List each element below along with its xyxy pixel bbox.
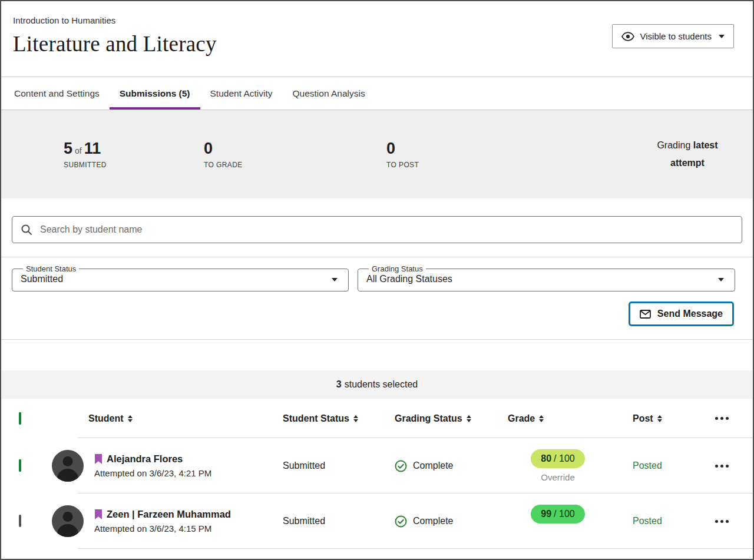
stats-band: 5of11 SUBMITTED 0 TO GRADE 0 TO POST Gra… bbox=[1, 110, 753, 198]
tab-submissions[interactable]: Submissions (5) bbox=[118, 77, 191, 110]
grading-note-prefix: Grading bbox=[657, 140, 693, 150]
search-icon bbox=[21, 224, 32, 236]
column-label: Grading Status bbox=[395, 413, 462, 424]
column-header-grade[interactable]: Grade bbox=[502, 413, 614, 424]
grading-status-select[interactable]: Grading Status All Grading Statuses bbox=[358, 264, 735, 291]
send-message-label: Send Message bbox=[657, 309, 723, 319]
complete-check-icon bbox=[395, 515, 407, 528]
chevron-down-icon bbox=[332, 278, 338, 281]
attempt-timestamp: Attempted on 3/6/23, 4:15 PM bbox=[94, 523, 278, 534]
page-header: Introduction to Humanities Literature an… bbox=[1, 1, 753, 77]
column-header-grading-status[interactable]: Grading Status bbox=[390, 413, 502, 424]
attempt-timestamp: Attempted on 3/6/23, 4:21 PM bbox=[94, 468, 278, 478]
eye-icon bbox=[621, 32, 634, 41]
selected-count: 3 bbox=[336, 379, 342, 390]
select-all-checkbox[interactable] bbox=[19, 412, 21, 425]
student-name-link[interactable]: Zeen | Farzeen Muhammad bbox=[107, 509, 231, 520]
search-box bbox=[12, 216, 742, 243]
grade-pill[interactable]: 99/ 100 bbox=[531, 505, 584, 523]
sort-icon bbox=[467, 415, 471, 422]
visibility-button[interactable]: Visible to students bbox=[612, 24, 734, 48]
visibility-label: Visible to students bbox=[640, 31, 712, 41]
sort-icon bbox=[353, 415, 358, 422]
tab-student-activity[interactable]: Student Activity bbox=[209, 77, 274, 110]
envelope-icon bbox=[640, 310, 651, 319]
search-input[interactable] bbox=[39, 224, 733, 236]
complete-check-icon bbox=[395, 460, 407, 472]
stat-to-post-label: TO POST bbox=[386, 161, 419, 169]
grade-override-note bbox=[502, 528, 614, 538]
student-status-value: Submitted bbox=[278, 460, 390, 471]
row-menu-button[interactable] bbox=[699, 465, 745, 468]
column-header-student-status[interactable]: Student Status bbox=[278, 413, 390, 424]
grade-value: 99 bbox=[541, 509, 551, 519]
sort-icon bbox=[657, 415, 662, 422]
post-status-link[interactable]: Posted bbox=[614, 460, 699, 471]
grade-pill[interactable]: 80/ 100 bbox=[531, 449, 584, 468]
chevron-down-icon bbox=[718, 278, 724, 281]
grading-status-value: Complete bbox=[413, 516, 453, 526]
grading-status-value: All Grading Statuses bbox=[366, 273, 726, 284]
stat-to-post: 0 TO POST bbox=[386, 140, 419, 169]
table-row: Zeen | Farzeen Muhammad Attempted on 3/6… bbox=[1, 493, 753, 549]
grade-value: 80 bbox=[541, 453, 551, 463]
grade-denominator: / 100 bbox=[554, 509, 575, 519]
column-label: Grade bbox=[508, 413, 535, 424]
stat-submitted-of: of bbox=[75, 146, 82, 155]
send-message-button[interactable]: Send Message bbox=[629, 301, 734, 326]
grade-denominator: / 100 bbox=[554, 453, 575, 463]
bookmark-icon bbox=[94, 454, 102, 465]
stat-submitted-label: SUBMITTED bbox=[64, 161, 204, 169]
bookmark-icon bbox=[94, 509, 102, 520]
table-header-menu-button[interactable] bbox=[699, 417, 745, 420]
column-header-student[interactable]: Student bbox=[88, 413, 278, 424]
selected-count-label: students selected bbox=[345, 379, 418, 390]
divider bbox=[1, 339, 753, 340]
stat-submitted-total: 11 bbox=[84, 140, 101, 157]
column-label: Student Status bbox=[283, 413, 349, 424]
selected-count-banner: 3 students selected bbox=[1, 370, 753, 399]
send-message-row: Send Message bbox=[1, 291, 753, 339]
stat-to-grade-value: 0 bbox=[204, 140, 386, 158]
table-row: Alejandra Flores Attempted on 3/6/23, 4:… bbox=[1, 438, 753, 493]
grade-override-note: Override bbox=[502, 472, 614, 483]
stat-submitted: 5of11 SUBMITTED bbox=[64, 140, 204, 169]
sort-icon bbox=[128, 415, 133, 422]
tab-bar: Content and Settings Submissions (5) Stu… bbox=[1, 77, 753, 110]
search-section bbox=[1, 198, 753, 243]
grading-note: Grading latest attempt bbox=[643, 137, 732, 171]
column-label: Post bbox=[633, 413, 653, 424]
stat-to-grade-label: TO GRADE bbox=[204, 161, 386, 169]
stat-to-grade: 0 TO GRADE bbox=[204, 140, 386, 169]
grading-status-label: Grading Status bbox=[369, 264, 426, 273]
row-menu-button[interactable] bbox=[699, 520, 745, 523]
student-status-value: Submitted bbox=[21, 273, 340, 284]
row-checkbox[interactable] bbox=[19, 515, 21, 527]
submissions-table: 3 students selected Student Student Stat… bbox=[1, 370, 753, 549]
stat-to-post-value: 0 bbox=[386, 140, 419, 158]
tab-content-and-settings[interactable]: Content and Settings bbox=[13, 77, 101, 110]
tab-question-analysis[interactable]: Question Analysis bbox=[291, 77, 366, 110]
student-status-label: Student Status bbox=[23, 264, 79, 273]
avatar bbox=[52, 505, 84, 537]
column-label: Student bbox=[88, 413, 124, 424]
submissions-page: Introduction to Humanities Literature an… bbox=[0, 0, 754, 560]
column-header-post[interactable]: Post bbox=[614, 413, 699, 424]
stat-submitted-value: 5 bbox=[64, 140, 72, 157]
sort-icon bbox=[539, 415, 544, 422]
student-status-value: Submitted bbox=[278, 516, 390, 526]
post-status-link[interactable]: Posted bbox=[614, 516, 699, 526]
table-header-row: Student Student Status Grading Status Gr… bbox=[1, 399, 753, 438]
row-checkbox[interactable] bbox=[19, 459, 21, 472]
avatar bbox=[52, 450, 84, 482]
student-name-link[interactable]: Alejandra Flores bbox=[107, 453, 183, 465]
filters-row: Student Status Submitted Grading Status … bbox=[1, 257, 753, 291]
grading-status-value: Complete bbox=[413, 460, 453, 471]
student-status-select[interactable]: Student Status Submitted bbox=[12, 264, 349, 291]
chevron-down-icon bbox=[719, 35, 725, 38]
